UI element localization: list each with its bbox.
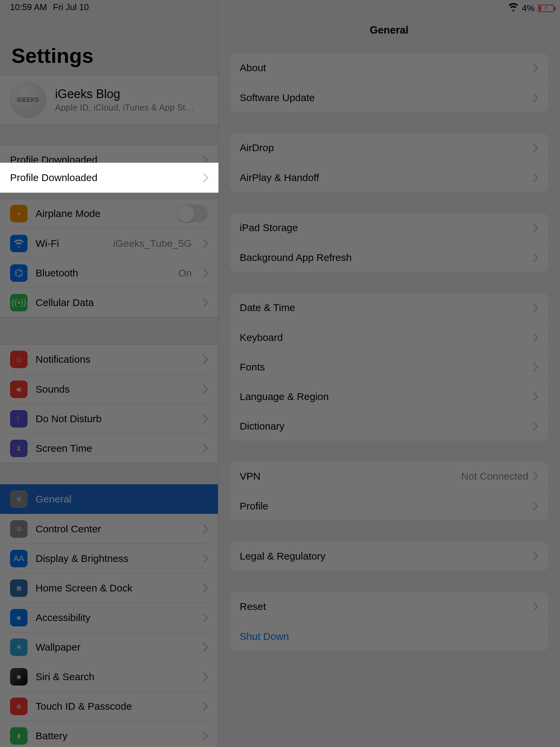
sidebar-item-label: Wi-Fi: [35, 238, 105, 249]
moon-icon: ☾: [10, 410, 28, 428]
airplane-mode-row[interactable]: ✈︎ Airplane Mode: [0, 199, 218, 228]
apple-id-name: iGeeks Blog: [55, 87, 194, 101]
flower-icon: ❀: [10, 639, 28, 656]
profile-downloaded-highlight[interactable]: Profile Downloaded: [0, 163, 218, 192]
chevron-right-icon: [533, 363, 538, 371]
date-time-row[interactable]: Date & Time: [230, 293, 548, 323]
general-group-5: VPN Not Connected Profile: [230, 462, 548, 521]
row-label: AirPlay & Handoff: [240, 172, 533, 183]
ipad-storage-row[interactable]: iPad Storage: [230, 213, 548, 242]
airplane-icon: ✈︎: [10, 205, 28, 222]
fonts-row[interactable]: Fonts: [230, 352, 548, 382]
bluetooth-row[interactable]: ⌬ Bluetooth On: [0, 258, 218, 287]
screen-time-row[interactable]: ⏳ Screen Time: [0, 433, 218, 463]
sidebar-item-label: Profile Downloaded: [10, 172, 204, 183]
row-label: AirDrop: [240, 142, 533, 154]
shutdown-row[interactable]: Shut Down: [230, 621, 548, 651]
chevron-right-icon: [533, 602, 538, 611]
chevron-right-icon: [203, 584, 208, 592]
dictionary-row[interactable]: Dictionary: [230, 411, 548, 441]
fingerprint-icon: ◍: [10, 698, 28, 715]
general-group-1: About Software Update: [230, 53, 548, 112]
text-size-icon: AA: [10, 550, 28, 567]
airplane-mode-switch[interactable]: [177, 205, 208, 223]
settings-sidebar: Settings iGEEKS iGeeks Blog Apple ID, iC…: [0, 0, 218, 747]
row-label: Reset: [240, 601, 533, 612]
chevron-right-icon: [533, 502, 538, 511]
gear-icon: ⚙︎: [10, 490, 28, 508]
chevron-right-icon: [533, 333, 538, 342]
vpn-value: Not Connected: [461, 470, 529, 482]
sidebar-item-label: Battery: [35, 730, 195, 742]
chevron-right-icon: [203, 731, 208, 740]
home-dock-row[interactable]: ▦ Home Screen & Dock: [0, 573, 218, 602]
general-group-4: Date & Time Keyboard Fonts Language & Re…: [230, 293, 548, 441]
sidebar-item-label: Airplane Mode: [35, 208, 169, 219]
row-label: VPN: [240, 470, 461, 482]
reset-row[interactable]: Reset: [230, 592, 548, 621]
cellular-icon: ((•)): [10, 294, 28, 311]
language-region-row[interactable]: Language & Region: [230, 382, 548, 411]
row-label: Legal & Regulatory: [240, 550, 533, 562]
status-bar: 10:59 AM Fri Jul 10 4% ⚡︎: [0, 0, 560, 14]
sidebar-item-label: Bluetooth: [35, 267, 170, 279]
chevron-right-icon: [203, 672, 208, 681]
airdrop-row[interactable]: AirDrop: [230, 133, 548, 162]
cellular-row[interactable]: ((•)) Cellular Data: [0, 287, 218, 317]
software-update-row[interactable]: Software Update: [230, 83, 548, 112]
airplay-handoff-row[interactable]: AirPlay & Handoff: [230, 162, 548, 192]
chevron-right-icon: [533, 253, 538, 262]
touchid-row[interactable]: ◍ Touch ID & Passcode: [0, 691, 218, 721]
sidebar-item-label: Notifications: [35, 354, 195, 365]
sidebar-item-label: Accessibility: [35, 612, 195, 623]
detail-pane: General About Software Update AirDrop Ai…: [218, 0, 560, 747]
connectivity-group: ✈︎ Airplane Mode Wi-Fi iGeeks_Tube_5G ⌬ …: [0, 199, 218, 317]
battery-row[interactable]: ▮ Battery: [0, 721, 218, 747]
row-label: Background App Refresh: [240, 252, 533, 263]
apple-id-row[interactable]: iGEEKS iGeeks Blog Apple ID, iCloud, iTu…: [0, 75, 218, 124]
bg-refresh-row[interactable]: Background App Refresh: [230, 242, 548, 272]
display-row[interactable]: AA Display & Brightness: [0, 543, 218, 573]
legal-row[interactable]: Legal & Regulatory: [230, 541, 548, 571]
keyboard-row[interactable]: Keyboard: [230, 323, 548, 352]
general-group-6: Legal & Regulatory: [230, 541, 548, 571]
siri-row[interactable]: ◉ Siri & Search: [0, 662, 218, 691]
sounds-row[interactable]: ◀︎) Sounds: [0, 374, 218, 404]
wifi-row[interactable]: Wi-Fi iGeeks_Tube_5G: [0, 228, 218, 258]
row-label: Language & Region: [240, 391, 533, 403]
chevron-right-icon: [203, 525, 208, 533]
chevron-right-icon: [533, 223, 538, 232]
sidebar-item-label: Sounds: [35, 384, 195, 395]
chevron-right-icon: [204, 173, 208, 182]
chevron-right-icon: [533, 63, 538, 72]
chevron-right-icon: [203, 355, 208, 364]
notifications-row[interactable]: ▢ Notifications: [0, 344, 218, 374]
grid-icon: ▦: [10, 579, 28, 597]
wallpaper-row[interactable]: ❀ Wallpaper: [0, 632, 218, 662]
profile-row[interactable]: Profile: [230, 491, 548, 521]
dnd-row[interactable]: ☾ Do Not Disturb: [0, 404, 218, 433]
chevron-right-icon: [203, 269, 208, 278]
chevron-right-icon: [203, 613, 208, 622]
row-label: Shut Down: [240, 631, 538, 642]
chevron-right-icon: [533, 303, 538, 312]
sidebar-item-label: Touch ID & Passcode: [35, 701, 195, 712]
sidebar-item-label: Home Screen & Dock: [35, 583, 195, 594]
vpn-row[interactable]: VPN Not Connected: [230, 462, 548, 491]
accessibility-row[interactable]: ◉ Accessibility: [0, 602, 218, 632]
battery-settings-icon: ▮: [10, 727, 28, 745]
sidebar-item-label: Control Center: [35, 523, 195, 535]
control-center-row[interactable]: ⊟ Control Center: [0, 514, 218, 543]
chevron-right-icon: [533, 472, 538, 481]
general-row[interactable]: ⚙︎ General: [0, 484, 218, 514]
chevron-right-icon: [533, 93, 538, 102]
row-label: Software Update: [240, 92, 533, 103]
chevron-right-icon: [533, 392, 538, 401]
wifi-icon: [508, 2, 518, 15]
about-row[interactable]: About: [230, 53, 548, 83]
status-date: Fri Jul 10: [53, 2, 89, 12]
status-time: 10:59 AM: [10, 2, 47, 12]
chevron-right-icon: [203, 554, 208, 563]
sidebar-item-label: Screen Time: [35, 443, 195, 454]
sounds-icon: ◀︎): [10, 381, 28, 398]
